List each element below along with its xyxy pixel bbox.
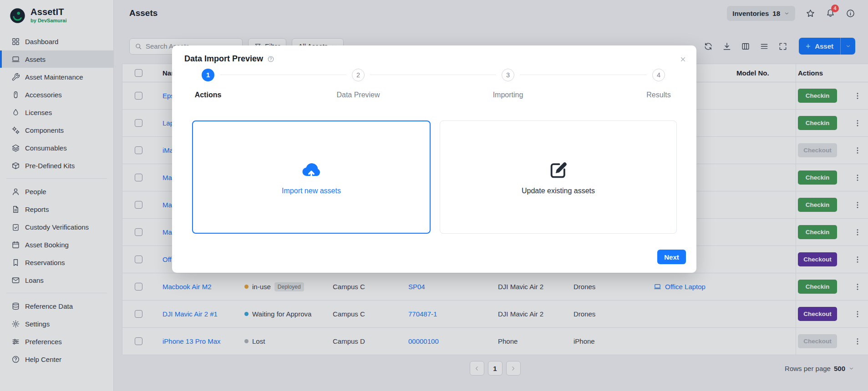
card-label: Import new assets [282,187,341,195]
import-new-assets-card[interactable]: Import new assets [192,120,431,234]
step-connector [520,75,647,75]
step-connector [370,75,496,75]
modal-header: Data Import Preview [184,54,274,64]
next-button[interactable]: Next [657,250,686,264]
close-icon[interactable] [679,55,687,63]
step-2-circle: 2 [352,69,365,81]
step-connector [220,75,346,75]
step-2-label: Data Preview [313,91,404,99]
update-existing-assets-card[interactable]: Update existing assets [440,120,677,234]
step-1-label: Actions [162,91,254,99]
modal-title: Data Import Preview [184,54,263,64]
step-1-circle: 1 [202,69,214,81]
step-3-circle: 3 [502,69,514,81]
step-3-label: Importing [462,91,553,99]
card-label: Update existing assets [522,187,595,195]
data-import-modal: Data Import Preview 1 2 3 4 Actions Data… [172,45,696,273]
step-4-label: Results [613,91,704,99]
help-icon[interactable] [267,55,274,63]
step-4-circle: 4 [652,69,665,81]
edit-icon [548,160,569,180]
cloud-upload-icon [301,160,322,180]
